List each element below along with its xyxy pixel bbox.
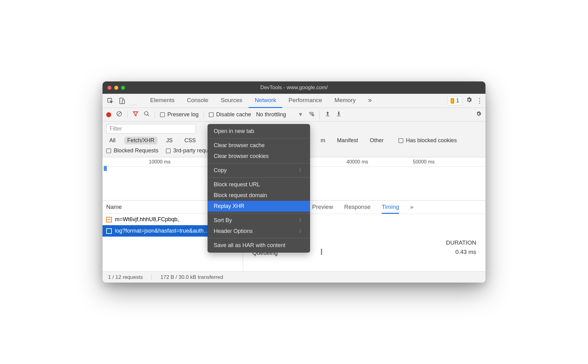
network-settings-icon[interactable]	[476, 111, 482, 119]
filter-manifest[interactable]: Manifest	[334, 137, 361, 144]
chevron-right-icon: 〉	[299, 228, 304, 234]
cm-replay-xhr[interactable]: Replay XHR	[208, 201, 310, 212]
cm-block-url[interactable]: Block request URL	[208, 179, 310, 190]
time-tick: 50000 ms	[413, 159, 435, 165]
issues-count: 1	[456, 97, 459, 104]
request-count: 1 / 12 requests	[108, 274, 143, 280]
filter-css[interactable]: CSS	[181, 137, 199, 144]
svg-point-5	[145, 112, 148, 115]
time-tick: 40000 ms	[346, 159, 368, 165]
network-conditions-icon[interactable]	[308, 111, 314, 118]
filter-fetchxhr[interactable]: Fetch/XHR	[124, 137, 158, 144]
settings-icon[interactable]	[466, 97, 472, 105]
separator	[155, 111, 155, 118]
tabbar-right: ! 1 ⋮	[448, 96, 483, 105]
devtools-window: DevTools - www.google.com/ Elements Cons…	[103, 81, 485, 283]
transfer-size: 172 B / 30.0 kB transferred	[160, 274, 223, 280]
cm-separator	[208, 163, 310, 163]
xhr-icon: ⇄	[106, 217, 112, 222]
throttling-select[interactable]: No throttling▼	[256, 111, 303, 118]
cm-separator	[208, 213, 310, 213]
kebab-menu-icon[interactable]: ⋮	[476, 97, 483, 105]
titlebar: DevTools - www.google.com/	[103, 81, 485, 94]
svg-rect-9	[337, 116, 341, 116]
context-menu: Open in new tab Clear browser cache Clea…	[208, 124, 310, 253]
filter-input[interactable]: Filter	[106, 124, 196, 134]
issues-button[interactable]: ! 1	[448, 96, 462, 105]
filter-js[interactable]: JS	[163, 137, 176, 144]
record-button[interactable]	[106, 112, 111, 117]
filter-other[interactable]: Other	[367, 137, 387, 144]
svg-line-6	[148, 115, 149, 116]
tab-console[interactable]: Console	[181, 94, 215, 108]
chevron-right-icon: 〉	[299, 167, 304, 174]
time-tick: 10000 ms	[149, 159, 170, 165]
preserve-log-checkbox[interactable]: Preserve log	[160, 111, 199, 118]
tab-sources[interactable]: Sources	[215, 94, 249, 108]
cm-open-new-tab[interactable]: Open in new tab	[208, 126, 310, 137]
tab-elements[interactable]: Elements	[144, 94, 181, 108]
cm-separator	[208, 138, 310, 139]
chevron-right-icon: 〉	[299, 217, 304, 224]
detail-tabs-more[interactable]: »	[410, 204, 414, 214]
device-toggle-icon[interactable]	[117, 96, 127, 106]
download-icon[interactable]	[336, 111, 342, 118]
tabs-more[interactable]: »	[362, 94, 378, 108]
cm-separator	[208, 238, 310, 238]
status-bar: 1 / 12 requests 172 B / 30.0 kB transfer…	[103, 271, 485, 283]
detail-tab-response[interactable]: Response	[344, 204, 371, 214]
blocked-cookies-checkbox[interactable]: Has blocked cookies	[398, 137, 457, 144]
cm-separator	[208, 177, 310, 178]
detail-tab-timing[interactable]: Timing	[382, 204, 399, 214]
cm-header-options[interactable]: Header Options〉	[208, 226, 310, 237]
clear-icon[interactable]	[116, 111, 122, 118]
disable-cache-checkbox[interactable]: Disable cache	[209, 111, 251, 118]
separator	[130, 97, 137, 105]
cm-clear-cookies[interactable]: Clear browser cookies	[208, 151, 310, 162]
filter-wasm[interactable]: m	[317, 137, 328, 144]
separator	[204, 111, 204, 118]
cm-clear-cache[interactable]: Clear browser cache	[208, 140, 310, 151]
cm-copy[interactable]: Copy〉	[208, 165, 310, 176]
svg-line-4	[118, 112, 121, 115]
svg-point-7	[312, 114, 314, 116]
svg-rect-8	[326, 116, 330, 116]
svg-rect-2	[122, 100, 124, 104]
tab-performance[interactable]: Performance	[282, 94, 328, 108]
blocked-requests-checkbox[interactable]: Blocked Requests	[106, 147, 158, 154]
detail-tab-preview[interactable]: Preview	[312, 204, 333, 214]
panel-tabs: Elements Console Sources Network Perform…	[144, 94, 378, 108]
cm-save-har[interactable]: Save all as HAR with content	[208, 240, 310, 251]
queueing-bar	[321, 249, 322, 255]
network-toolbar: Preserve log Disable cache No throttling…	[103, 108, 485, 122]
main-tabbar: Elements Console Sources Network Perform…	[103, 94, 485, 108]
separator	[151, 274, 152, 280]
filter-all[interactable]: All	[106, 137, 119, 144]
search-icon[interactable]	[144, 111, 150, 118]
separator	[127, 111, 128, 118]
separator	[319, 111, 320, 118]
tab-network[interactable]: Network	[249, 94, 283, 108]
tab-memory[interactable]: Memory	[328, 94, 362, 108]
upload-icon[interactable]	[325, 111, 331, 118]
filter-icon[interactable]	[132, 111, 139, 118]
cm-block-domain[interactable]: Block request domain	[208, 190, 310, 201]
timeline-marker	[104, 166, 107, 171]
inspect-element-icon[interactable]	[105, 96, 116, 106]
warning-icon: !	[451, 98, 454, 104]
cm-sort-by[interactable]: Sort By〉	[208, 215, 310, 226]
window-title: DevTools - www.google.com/	[103, 85, 485, 91]
xhr-icon	[106, 228, 112, 234]
